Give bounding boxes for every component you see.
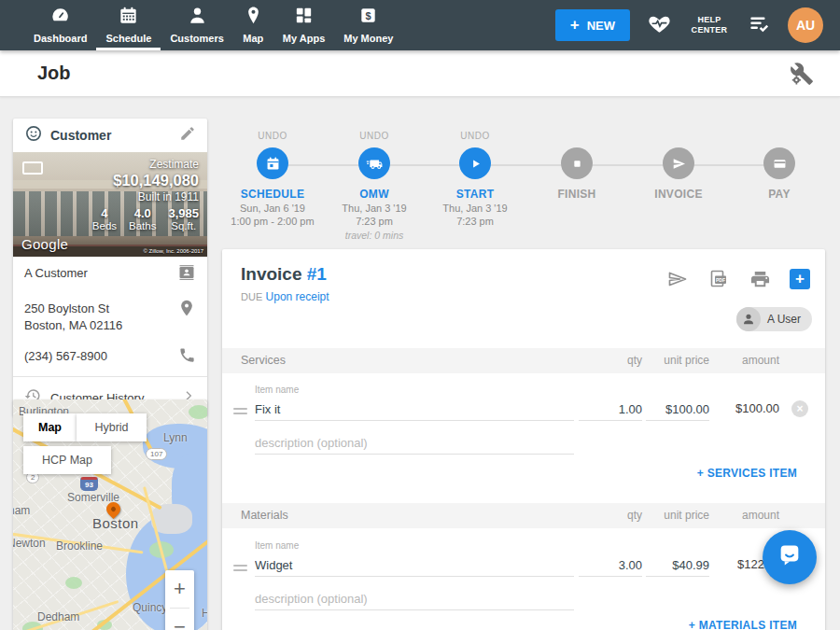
step-label: SCHEDULE: [218, 188, 327, 201]
svg-text:PDF: PDF: [716, 277, 725, 283]
built-year: Built in 1911: [92, 190, 199, 203]
undo-schedule-button[interactable]: UNDO: [218, 131, 327, 142]
service-unit-price-input[interactable]: [646, 399, 709, 421]
assigned-user-name: A User: [767, 313, 801, 326]
zoom-in-button[interactable]: +: [165, 570, 194, 608]
zoom-out-button[interactable]: −: [165, 609, 194, 630]
divider: [13, 376, 207, 377]
nav-item-customers[interactable]: Customers: [161, 0, 232, 50]
sqft-label: Sq.ft.: [168, 220, 199, 231]
nav-label: Map: [243, 33, 263, 44]
add-materials-item-link[interactable]: + MATERIALS ITEM: [689, 619, 797, 630]
zestimate-label: Zestimate: [92, 158, 199, 171]
print-icon[interactable]: [749, 268, 771, 290]
remove-item-button[interactable]: ×: [791, 400, 808, 417]
nav-right-cluster: + NEW HELP CENTER AU: [555, 7, 840, 43]
step-date: Thu, Jan 3 '197:23 pm: [320, 203, 428, 229]
undo-omw-button[interactable]: UNDO: [320, 131, 428, 142]
map-type-button-hcp[interactable]: HCP Map: [23, 446, 111, 474]
drag-handle[interactable]: [233, 408, 247, 417]
map-place-label: ham: [13, 504, 30, 517]
add-invoice-button[interactable]: +: [790, 269, 810, 289]
chat-bubble-icon: [777, 542, 803, 572]
nav-item-map[interactable]: Map: [233, 0, 273, 50]
materials-section-label: Materials: [241, 509, 288, 522]
schedule-calendar-icon: [118, 5, 139, 30]
drag-handle[interactable]: [233, 565, 247, 574]
user-avatar[interactable]: AU: [788, 7, 823, 43]
due-value-link[interactable]: Upon receipt: [266, 290, 329, 303]
qty-column-header: qty: [627, 509, 642, 522]
edit-pencil-icon[interactable]: [179, 125, 196, 146]
pay-step-button[interactable]: [763, 147, 795, 179]
map-place-label: Boston: [92, 515, 139, 531]
invoice-step-button[interactable]: [663, 147, 694, 179]
nav-item-dashboard[interactable]: Dashboard: [24, 0, 96, 50]
route-shield: 107: [146, 448, 167, 460]
new-button[interactable]: + NEW: [555, 9, 630, 41]
streetview-frame-icon[interactable]: [22, 161, 43, 175]
customer-phone: (234) 567-8900: [24, 346, 171, 365]
map-place-label: Quincy: [133, 601, 167, 614]
activity-checklist-icon[interactable]: [747, 11, 771, 39]
material-qty-input[interactable]: [579, 554, 642, 577]
health-heart-icon[interactable]: [647, 11, 672, 40]
plus-icon: +: [570, 16, 580, 35]
zestimate-value: $10,149,080: [92, 172, 199, 189]
step-date-line1: Thu, Jan 3 '19: [342, 203, 406, 214]
nav-item-schedule[interactable]: Schedule: [96, 0, 161, 50]
step-label: START: [421, 188, 529, 201]
material-unit-price-input[interactable]: [646, 554, 709, 577]
invoice-action-icons: PDF +: [666, 268, 810, 290]
location-pin-icon[interactable]: [177, 299, 196, 321]
schedule-step-button[interactable]: [257, 147, 288, 179]
map-park: [65, 577, 82, 589]
help-center-link[interactable]: HELP CENTER: [689, 15, 730, 35]
map-type-button-map[interactable]: Map: [23, 413, 77, 441]
service-description-input[interactable]: [255, 432, 574, 455]
customer-card-header: Customer: [13, 119, 207, 152]
unit-price-column-header: unit price: [664, 354, 709, 367]
map-zoom-control: + −: [165, 570, 194, 630]
services-section-label: Services: [241, 354, 286, 367]
map-card[interactable]: Burlington Lynn Somerville Boston ham Ne…: [13, 399, 207, 630]
invoice-due: DUE Upon receipt: [241, 290, 329, 303]
materials-header-band: Materials qty unit price amount: [222, 503, 825, 528]
step-pay: PAY: [725, 131, 833, 201]
start-step-button[interactable]: [459, 147, 491, 179]
due-label: DUE: [241, 291, 262, 302]
send-invoice-icon[interactable]: [666, 268, 689, 290]
apps-grid-icon: [293, 5, 315, 30]
customer-phone-row: (234) 567-8900: [13, 340, 207, 374]
step-label: OMW: [320, 188, 428, 201]
customer-address-row: 250 Boylston StBoston, MA 02116: [13, 292, 207, 340]
zestimate-overlay: Zestimate $10,149,080 Built in 1911 4Bed…: [92, 158, 199, 231]
material-description-input[interactable]: [255, 588, 574, 610]
nav-label: Customers: [170, 33, 223, 44]
invoice-card: Invoice #1 DUE Upon receipt PDF + A User…: [222, 249, 825, 630]
omw-step-button[interactable]: [358, 147, 390, 179]
assigned-user-chip[interactable]: A User: [736, 307, 812, 331]
nav-item-my-apps[interactable]: My Apps: [273, 0, 334, 50]
step-date: Thu, Jan 3 '197:23 pm: [421, 203, 529, 229]
chat-launcher-button[interactable]: [763, 530, 817, 584]
service-item-name-input[interactable]: [255, 399, 574, 421]
customer-card-title: Customer: [50, 128, 172, 143]
add-services-item-link[interactable]: + SERVICES ITEM: [697, 467, 797, 480]
phone-icon[interactable]: [178, 346, 196, 368]
undo-spacer: [725, 131, 833, 142]
material-item-name-input[interactable]: [255, 554, 574, 577]
job-settings-wrench-icon[interactable]: [790, 62, 814, 90]
unit-price-column-header: unit price: [664, 509, 709, 522]
undo-start-button[interactable]: UNDO: [421, 131, 529, 142]
customer-name-row: A Customer: [13, 257, 207, 292]
property-photo[interactable]: Zestimate $10,149,080 Built in 1911 4Bed…: [13, 152, 207, 257]
qty-column-header: qty: [627, 354, 642, 367]
service-qty-input[interactable]: [579, 399, 642, 421]
baths-label: Baths: [129, 220, 156, 231]
pdf-icon[interactable]: PDF: [707, 268, 730, 290]
finish-step-button[interactable]: [561, 147, 593, 179]
map-type-button-hybrid[interactable]: Hybrid: [77, 413, 147, 441]
undo-spacer: [624, 131, 733, 142]
nav-item-my-money[interactable]: $ My Money: [334, 0, 402, 50]
